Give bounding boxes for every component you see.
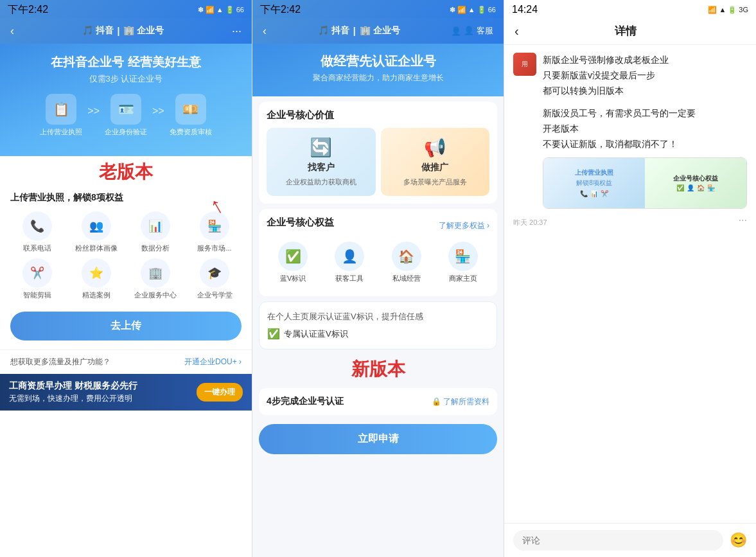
- step-label-1: 上传营业执照: [40, 127, 82, 137]
- rights-link[interactable]: 了解更多权益 ›: [439, 220, 489, 231]
- promote-icon: 📢: [424, 137, 446, 158]
- steps-link[interactable]: 🔒 了解所需资料: [432, 396, 489, 407]
- cv-item-promote[interactable]: 📢 做推广 多场景曝光产品服务: [381, 128, 490, 196]
- biz-logo-2: 🏢 企业号: [360, 25, 400, 37]
- feature-fans[interactable]: 👥 粉丝群体画像: [69, 211, 123, 253]
- msg-line4: 新版没员工号，有需求员工号的一定要: [543, 108, 696, 118]
- service-label: 👤 客服: [464, 25, 493, 37]
- battery-icon: 🔋: [225, 6, 234, 14]
- cut-label: 智能剪辑: [23, 290, 51, 300]
- nav-bar-1: ‹ 🎵 抖音 | 🏢 企业号 ···: [0, 18, 252, 44]
- step-icon-1: 📋: [46, 94, 76, 125]
- bv-badge-label: 专属认证蓝V标识: [284, 328, 348, 340]
- msg-text: 新版企业号强制修改成老板企业 只要新版蓝v没提交最后一步 都可以转换为旧版本: [543, 53, 747, 98]
- feature-data[interactable]: 📊 数据分析: [128, 211, 182, 253]
- feature-case[interactable]: ⭐ 精选案例: [69, 258, 123, 300]
- nav-bar-3: ‹ 详情: [504, 18, 756, 45]
- cv-item-customers[interactable]: 🔄 找客户 企业权益助力获取商机: [267, 128, 376, 196]
- emoji-button[interactable]: 😊: [730, 532, 747, 549]
- step-arrow-1: >>: [87, 105, 100, 117]
- hero-section-1: 在抖音企业号 经营美好生意 仅需3步 认证企业号 📋 上传营业执照 >> 🪪 企…: [0, 44, 252, 156]
- academy-icon: 🎓: [200, 258, 229, 288]
- step-icon-3: 💴: [175, 94, 206, 125]
- core-value-card: 企业号核心价值 🔄 找客户 企业权益助力获取商机 📢 做推广 多场景曝光产品服务: [259, 102, 497, 204]
- core-rights-title: 企业号核心权益: [267, 217, 334, 229]
- service-label: 企业服务中心: [134, 290, 177, 300]
- feature-academy[interactable]: 🎓 企业号学堂: [188, 258, 242, 300]
- divider-1: |: [118, 26, 120, 36]
- back-btn-1[interactable]: ‹: [10, 24, 14, 38]
- service-icon: 🏢: [141, 258, 170, 288]
- signal-icon: 📶: [206, 6, 215, 14]
- tiktok-logo-2: 🎵 抖音: [318, 25, 349, 37]
- feature-grid-row2: ✂️ 智能剪辑 ⭐ 精选案例 🏢 企业服务中心 🎓 企业号学堂: [10, 258, 242, 300]
- wifi-icon-2: ▲: [468, 6, 475, 13]
- feature-phone[interactable]: 📞 联系电话: [10, 211, 64, 253]
- panel-old-version: 下午2:42 ✽ 📶 ▲ 🔋 66 ‹ 🎵 抖音 | 🏢 企业号 ··· 在抖音…: [0, 0, 252, 557]
- steps-row: 📋 上传营业执照 >> 🪪 企业身份验证 >> 💴 免费资质审核: [10, 94, 242, 137]
- feature-service[interactable]: 🏢 企业服务中心: [128, 258, 182, 300]
- banner-line2: 无需到场，快速办理，费用公开透明: [9, 393, 191, 404]
- service-btn[interactable]: 👤 👤 客服: [451, 25, 493, 37]
- back-btn-3[interactable]: ‹: [514, 24, 519, 39]
- steps-complete: 4步完成企业号认证 🔒 了解所需资料: [259, 388, 497, 415]
- network-3: 3G: [739, 6, 748, 13]
- promo-text: 想获取更多流量及推广功能？: [10, 357, 110, 367]
- kehu-label: 获客工具: [335, 274, 364, 283]
- user-avatar: 用: [513, 53, 536, 76]
- comment-input[interactable]: [513, 530, 723, 551]
- phone-icon: 📞: [22, 211, 52, 241]
- hero-subtitle-1: 仅需3步 认证企业号: [10, 73, 242, 85]
- msg-time: 昨天 20:37: [513, 218, 547, 227]
- upload-section: 上传营业执照，解锁8项权益 📞 联系电话 👥 粉丝群体画像 📊 数据分析 🏪: [0, 186, 252, 349]
- time-3: 14:24: [512, 4, 538, 15]
- kehu-icon: 👤: [335, 242, 364, 271]
- msg-image: 上传营业执照 解锁8项权益 📞📊✂️ 企业号核心权益: [543, 157, 747, 209]
- img-right-text: 企业号核心权益 ✅👤🏠🏪: [673, 174, 718, 191]
- bt-icon-2: ✽: [450, 6, 455, 14]
- banner-btn[interactable]: 一键办理: [197, 383, 243, 402]
- upload-button[interactable]: 去上传: [10, 312, 242, 340]
- msg-body: 新版企业号强制修改成老板企业 只要新版蓝v没提交最后一步 都可以转换为旧版本 新…: [543, 53, 747, 209]
- status-icons-3: 📶 ▲ 🔋 3G: [708, 6, 748, 14]
- status-bar-3: 14:24 📶 ▲ 🔋 3G: [504, 0, 756, 18]
- customers-icon: 🔄: [310, 137, 332, 158]
- bottom-promo: 想获取更多流量及推广功能？ 开通企业DOU+ ›: [0, 349, 252, 374]
- nav-title-1: 🎵 抖音 | 🏢 企业号: [82, 25, 164, 37]
- back-btn-2[interactable]: ‹: [263, 24, 267, 38]
- msg-more-btn[interactable]: ···: [739, 215, 747, 226]
- divider-2: |: [353, 26, 356, 36]
- status-bar-1: 下午2:42 ✽ 📶 ▲ 🔋 66: [0, 0, 252, 18]
- private-icon: 🏠: [392, 242, 421, 271]
- step-arrow-2: >>: [152, 105, 164, 117]
- core-value-grid: 🔄 找客户 企业权益助力获取商机 📢 做推广 多场景曝光产品服务: [267, 128, 489, 196]
- panel-detail: 14:24 📶 ▲ 🔋 3G ‹ 详情 用 新版企业号强制修改成老板: [504, 0, 756, 557]
- academy-label: 企业号学堂: [197, 290, 233, 300]
- core-value-title: 企业号核心价值: [267, 109, 489, 121]
- blue-v-section: 在个人主页展示认证蓝V标识，提升信任感 ✅ 专属认证蓝V标识: [259, 301, 497, 349]
- more-btn-1[interactable]: ···: [232, 24, 242, 38]
- msg-text-2: 新版没员工号，有需求员工号的一定要 开老版本 不要认证新版，取消都取消不了！: [543, 106, 747, 152]
- fans-icon: 👥: [82, 211, 111, 241]
- biz-logo-1: 🏢 企业号: [123, 25, 164, 37]
- battery-icon-2: 🔋: [477, 6, 486, 14]
- signal-3: 📶: [708, 6, 717, 14]
- case-label: 精选案例: [82, 290, 110, 300]
- ri-kehu[interactable]: 👤 获客工具: [323, 242, 376, 283]
- promo-link[interactable]: 开通企业DOU+ ›: [184, 357, 242, 367]
- fans-label: 粉丝群体画像: [75, 243, 118, 253]
- hero-subtitle-2: 聚合商家经营能力，助力商家生意增长: [263, 73, 493, 84]
- feature-cut[interactable]: ✂️ 智能剪辑: [10, 258, 64, 300]
- step-icon-2: 🪪: [110, 94, 141, 125]
- ri-shop[interactable]: 🏪 商家主页: [437, 242, 489, 283]
- msg-line3: 都可以转换为旧版本: [543, 85, 624, 96]
- ri-private[interactable]: 🏠 私域经营: [380, 242, 433, 283]
- apply-button[interactable]: 立即申请: [259, 424, 497, 454]
- msg-line5: 开老版本: [543, 123, 579, 134]
- signal-icon-2: 📶: [457, 6, 466, 14]
- step-2: 🪪 企业身份验证: [105, 94, 147, 137]
- ri-bluev[interactable]: ✅ 蓝V标识: [267, 242, 319, 283]
- cv-label-promote: 做推广: [421, 162, 448, 173]
- step-label-3: 免费资质审核: [170, 127, 212, 137]
- feature-market[interactable]: 🏪 服务市场...: [188, 211, 242, 253]
